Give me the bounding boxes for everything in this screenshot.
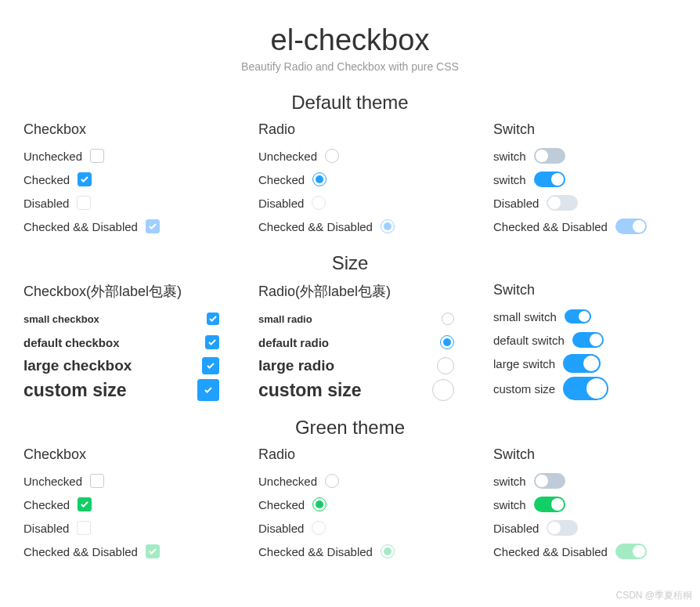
switch-checked-disabled xyxy=(615,544,647,559)
switch-small[interactable] xyxy=(565,309,591,323)
checkbox-checked[interactable] xyxy=(78,172,92,186)
checkbox-disabled xyxy=(77,521,91,535)
checkbox-label: custom size xyxy=(23,380,127,401)
switch-large[interactable] xyxy=(563,354,601,373)
radio-label: default radio xyxy=(258,336,329,349)
checkbox-large[interactable] xyxy=(202,357,219,374)
radio-small[interactable] xyxy=(442,313,454,325)
switch-label: custom size xyxy=(493,382,555,396)
column-title-switch: Switch xyxy=(493,282,677,298)
radio-label: Disabled xyxy=(258,197,304,210)
switch-disabled xyxy=(547,195,578,211)
checkbox-unchecked[interactable] xyxy=(90,149,104,163)
column-title-switch: Switch xyxy=(493,121,677,138)
radio-label: large radio xyxy=(258,357,334,374)
radio-disabled xyxy=(312,521,326,535)
switch-off[interactable] xyxy=(534,148,565,164)
page-title: el-checkbox xyxy=(23,23,677,57)
radio-checked-disabled xyxy=(381,219,395,233)
checkbox-label: default checkbox xyxy=(23,336,120,349)
radio-custom[interactable] xyxy=(432,379,454,401)
switch-label: default switch xyxy=(493,334,565,347)
checkbox-label: Checked && Disabled xyxy=(23,220,138,233)
column-title-radio: Radio(外部label包裹) xyxy=(258,282,478,301)
radio-default[interactable] xyxy=(440,335,454,349)
checkbox-disabled xyxy=(77,196,91,210)
radio-unchecked[interactable] xyxy=(325,474,339,488)
switch-label: Checked && Disabled xyxy=(493,220,608,233)
page-subtitle: Beautify Radio and Checkbox with pure CS… xyxy=(23,60,677,73)
radio-label: Checked xyxy=(258,498,305,511)
column-title-checkbox: Checkbox xyxy=(23,121,243,138)
checkbox-label: small checkbox xyxy=(23,313,99,325)
checkbox-label: Checked xyxy=(23,498,70,511)
radio-label: Checked && Disabled xyxy=(258,220,373,233)
switch-label: switch xyxy=(493,173,526,186)
column-title-checkbox: Checkbox(外部label包裹) xyxy=(23,282,243,301)
switch-label: large switch xyxy=(493,357,555,370)
checkbox-default[interactable] xyxy=(205,335,219,349)
switch-label: switch xyxy=(493,475,526,488)
switch-label: Disabled xyxy=(493,522,539,535)
radio-checked[interactable] xyxy=(312,497,327,511)
checkbox-small[interactable] xyxy=(207,313,219,325)
radio-disabled xyxy=(312,196,326,210)
section-title-size: Size xyxy=(23,252,677,274)
radio-label: custom size xyxy=(258,380,362,401)
checkbox-checked[interactable] xyxy=(78,497,92,511)
checkbox-label: Checked xyxy=(23,173,70,186)
column-title-switch: Switch xyxy=(493,446,677,463)
checkbox-checked-disabled xyxy=(146,544,160,558)
switch-on[interactable] xyxy=(534,172,565,187)
switch-disabled xyxy=(547,520,578,536)
checkbox-unchecked[interactable] xyxy=(90,474,104,488)
checkbox-label: Disabled xyxy=(23,522,69,535)
checkbox-label: Checked && Disabled xyxy=(23,545,138,558)
switch-label: switch xyxy=(493,150,526,163)
checkbox-label: Unchecked xyxy=(23,475,82,488)
switch-on[interactable] xyxy=(534,497,565,512)
radio-label: Disabled xyxy=(258,522,304,535)
checkbox-custom[interactable] xyxy=(197,379,219,401)
radio-label: Unchecked xyxy=(258,475,317,488)
switch-custom[interactable] xyxy=(563,377,608,400)
section-title-default: Default theme xyxy=(23,92,677,114)
column-title-checkbox: Checkbox xyxy=(23,446,243,463)
section-title-green: Green theme xyxy=(23,417,677,439)
switch-label: small switch xyxy=(493,310,557,323)
switch-checked-disabled xyxy=(615,219,647,234)
checkbox-label: Unchecked xyxy=(23,150,82,163)
radio-label: Unchecked xyxy=(258,150,317,163)
radio-label: Checked xyxy=(258,173,305,186)
switch-label: Disabled xyxy=(493,197,539,210)
radio-label: Checked && Disabled xyxy=(258,545,373,558)
checkbox-label: large checkbox xyxy=(23,357,132,374)
checkbox-checked-disabled xyxy=(146,219,160,233)
switch-label: Checked && Disabled xyxy=(493,545,608,558)
column-title-radio: Radio xyxy=(258,121,478,138)
switch-label: switch xyxy=(493,498,526,511)
radio-label: small radio xyxy=(258,313,312,325)
column-title-radio: Radio xyxy=(258,446,478,463)
switch-default[interactable] xyxy=(572,332,604,348)
switch-off[interactable] xyxy=(534,473,565,489)
radio-unchecked[interactable] xyxy=(325,149,339,163)
radio-checked-disabled xyxy=(381,544,395,558)
radio-large[interactable] xyxy=(437,357,454,374)
checkbox-label: Disabled xyxy=(23,197,69,210)
radio-checked[interactable] xyxy=(312,172,327,186)
